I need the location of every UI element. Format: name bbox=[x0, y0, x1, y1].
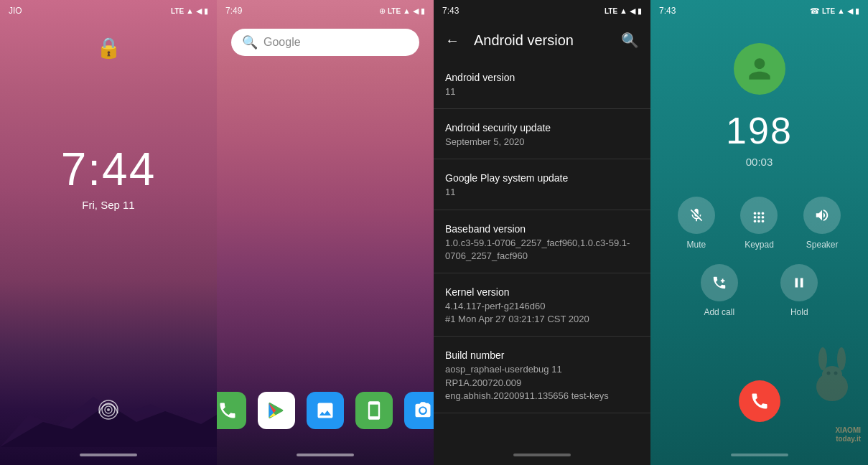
carrier-label: JIO bbox=[9, 6, 22, 16]
android-time: 7:43 bbox=[442, 6, 459, 16]
android-version-panel: 7:43 LTE ▲ ◀ ▮ ← Android version 🔍 Andro… bbox=[434, 0, 650, 465]
call-time: 7:43 bbox=[659, 6, 676, 16]
end-call-button[interactable] bbox=[739, 380, 780, 422]
android-version-label: Android version bbox=[445, 72, 639, 83]
home-bar-1[interactable] bbox=[80, 454, 137, 456]
svg-point-11 bbox=[834, 372, 838, 375]
signal-icon-3: ▲ bbox=[620, 6, 627, 15]
clock-time: 7:44 bbox=[61, 143, 157, 196]
build-number-section: Build number aosp_raphael-userdebug 11 R… bbox=[434, 337, 650, 413]
security-update-section: Android security update September 5, 202… bbox=[434, 109, 650, 159]
lte-badge-2: LTE bbox=[388, 7, 401, 15]
status-icons-call: ☎ LTE ▲ ◀ ▮ bbox=[810, 6, 859, 16]
add-call-button[interactable]: Add call bbox=[701, 264, 738, 317]
search-label: Google bbox=[263, 36, 301, 49]
call-icon-small: ☎ bbox=[810, 6, 820, 16]
homescreen-panel: 7:49 ⊕ LTE ▲ ◀ ▮ 🔍 Google bbox=[217, 0, 434, 465]
play-system-value: 11 bbox=[445, 186, 639, 199]
battery-icon-4: ▮ bbox=[855, 6, 859, 16]
baseband-label: Baseband version bbox=[445, 223, 639, 235]
xiaomi-logo: XIAOMI today.it bbox=[835, 426, 861, 443]
signal-icon-2: ▲ bbox=[403, 6, 411, 15]
svg-point-8 bbox=[818, 347, 827, 370]
kernel-value: 4.14.117-perf-g2146d60 #1 Mon Apr 27 03:… bbox=[445, 300, 639, 326]
lockscreen-panel: JIO LTE ▲ ◀ ▮ 🔒 7:44 Fri, Sep 11 bbox=[0, 0, 217, 465]
hold-label: Hold bbox=[790, 307, 808, 317]
kernel-label: Kernel version bbox=[445, 286, 639, 298]
svg-point-5 bbox=[107, 408, 110, 411]
battery-icon-2: ▮ bbox=[421, 6, 425, 16]
call-screen-panel: 7:43 ☎ LTE ▲ ◀ ▮ 198 00:03 Mute Keypad bbox=[650, 0, 868, 465]
caller-avatar bbox=[734, 43, 785, 95]
build-number-label: Build number bbox=[445, 349, 639, 361]
keypad-icon-circle bbox=[740, 197, 778, 234]
caller-number: 198 bbox=[650, 109, 868, 152]
lte-badge-1: LTE bbox=[171, 7, 184, 15]
signal-icon-4: ▲ bbox=[837, 6, 845, 15]
protect-icon: ⊕ bbox=[379, 6, 386, 16]
keypad-button[interactable]: Keypad bbox=[740, 197, 778, 250]
build-number-value: aosp_raphael-userdebug 11 RP1A.200720.00… bbox=[445, 363, 639, 403]
header-search-icon[interactable]: 🔍 bbox=[621, 32, 639, 49]
call-actions-row1: Mute Keypad Speaker bbox=[650, 168, 868, 264]
svg-point-7 bbox=[822, 366, 842, 383]
clock-display: 7:44 Fri, Sep 11 bbox=[61, 143, 157, 211]
dock-gallery[interactable] bbox=[307, 392, 344, 429]
battery-icon-3: ▮ bbox=[638, 6, 642, 16]
home-bar-2[interactable] bbox=[297, 454, 354, 456]
status-bar-android: 7:43 LTE ▲ ◀ ▮ bbox=[434, 0, 650, 22]
svg-point-10 bbox=[827, 372, 831, 375]
lte-badge-4: LTE bbox=[822, 7, 835, 15]
hold-button[interactable]: Hold bbox=[780, 264, 818, 317]
signal-icon-1: ▲ bbox=[186, 6, 194, 15]
clock-date: Fri, Sep 11 bbox=[61, 199, 157, 211]
hold-icon-circle bbox=[780, 264, 818, 301]
baseband-value: 1.0.c3-59.1-0706_2257_facf960,1.0.c3-59.… bbox=[445, 237, 639, 263]
search-bar[interactable]: 🔍 Google bbox=[231, 29, 419, 56]
status-bar-call: 7:43 ☎ LTE ▲ ◀ ▮ bbox=[650, 0, 868, 22]
baseband-section: Baseband version 1.0.c3-59.1-0706_2257_f… bbox=[434, 210, 650, 273]
speaker-label: Speaker bbox=[806, 240, 839, 250]
dock-playstore[interactable] bbox=[258, 392, 295, 429]
battery-icon-1: ▮ bbox=[204, 6, 208, 16]
mute-icon-circle bbox=[678, 197, 715, 234]
mute-label: Mute bbox=[686, 240, 706, 250]
lock-icon: 🔒 bbox=[96, 36, 121, 60]
call-actions-row2: Add call Hold bbox=[650, 264, 868, 324]
fingerprint-icon[interactable] bbox=[98, 399, 119, 426]
dock-phone[interactable] bbox=[217, 392, 246, 429]
search-icon: 🔍 bbox=[242, 34, 258, 50]
android-version-header: ← Android version 🔍 bbox=[434, 22, 650, 59]
security-update-label: Android security update bbox=[445, 122, 639, 133]
keypad-label: Keypad bbox=[745, 240, 774, 250]
home-bar-4[interactable] bbox=[731, 454, 788, 456]
play-system-section: Google Play system update 11 bbox=[434, 159, 650, 210]
speaker-icon-circle bbox=[803, 197, 841, 234]
speaker-button[interactable]: Speaker bbox=[803, 197, 841, 250]
status-icons-android: LTE ▲ ◀ ▮ bbox=[605, 6, 642, 16]
wifi-icon-1: ◀ bbox=[196, 6, 202, 16]
kernel-section: Kernel version 4.14.117-perf-g2146d60 #1… bbox=[434, 273, 650, 337]
call-duration: 00:03 bbox=[650, 156, 868, 168]
xiaomi-text: XIAOMI today.it bbox=[835, 426, 861, 443]
dock-apk[interactable] bbox=[355, 392, 393, 429]
android-version-value: 11 bbox=[445, 85, 639, 98]
page-title: Android version bbox=[474, 32, 607, 49]
home-bar-3[interactable] bbox=[513, 454, 571, 456]
mute-button[interactable]: Mute bbox=[678, 197, 715, 250]
home-time: 7:49 bbox=[225, 6, 242, 16]
status-bar-home: 7:49 ⊕ LTE ▲ ◀ ▮ bbox=[217, 0, 434, 22]
mascot-decoration bbox=[807, 347, 857, 408]
svg-point-9 bbox=[837, 347, 846, 370]
android-version-section: Android version 11 bbox=[434, 59, 650, 109]
back-button[interactable]: ← bbox=[445, 32, 459, 49]
add-call-label: Add call bbox=[704, 307, 734, 317]
lte-badge-3: LTE bbox=[605, 7, 617, 15]
app-dock bbox=[217, 392, 434, 429]
add-call-icon-circle bbox=[701, 264, 738, 301]
status-bar-lockscreen: JIO LTE ▲ ◀ ▮ bbox=[0, 0, 217, 22]
wifi-icon-3: ◀ bbox=[630, 6, 635, 16]
dock-camera[interactable] bbox=[404, 392, 434, 429]
play-system-label: Google Play system update bbox=[445, 172, 639, 184]
wifi-icon-2: ◀ bbox=[413, 6, 419, 16]
